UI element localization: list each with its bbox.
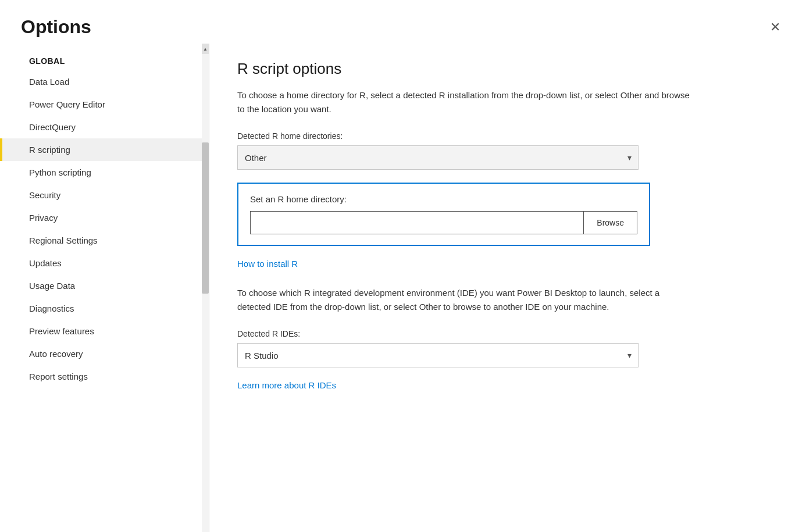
detected-ide-dropdown-container: R Studio ▾ [237,343,639,367]
detected-home-dropdown[interactable]: Other [237,145,639,170]
sidebar-item-report-settings[interactable]: Report settings [0,365,209,388]
sidebar-item-updates[interactable]: Updates [0,252,209,274]
sidebar-item-power-query-editor[interactable]: Power Query Editor [0,93,209,116]
ide-link[interactable]: Learn more about R IDEs [237,380,336,390]
scroll-up-button[interactable]: ▲ [202,44,209,54]
sidebar-item-usage-data[interactable]: Usage Data [0,274,209,297]
detected-home-dropdown-container: Other ▾ [237,145,639,170]
dialog-title: Options [21,16,91,38]
sidebar-scrollbar[interactable]: ▲ [202,44,209,532]
close-button[interactable]: ✕ [765,19,785,36]
dialog-header: Options ✕ [0,0,806,44]
sidebar-item-r-scripting[interactable]: R scripting [0,138,209,161]
detected-home-label: Detected R home directories: [237,131,778,141]
home-dir-input[interactable] [250,211,584,234]
sidebar: GLOBAL Data LoadPower Query EditorDirect… [0,44,209,532]
browse-button[interactable]: Browse [584,211,637,234]
scrollbar-thumb[interactable] [202,142,209,294]
home-dir-label: Set an R home directory: [250,194,637,204]
sidebar-item-directquery[interactable]: DirectQuery [0,116,209,138]
sidebar-item-privacy[interactable]: Privacy [0,206,209,229]
install-r-link[interactable]: How to install R [237,259,298,269]
home-dir-input-row: Browse [250,211,637,234]
main-content: R script options To choose a home direct… [209,44,806,532]
sidebar-item-python-scripting[interactable]: Python scripting [0,161,209,184]
sidebar-item-regional-settings[interactable]: Regional Settings [0,229,209,252]
sidebar-section-global: GLOBAL [0,49,209,70]
section-title: R script options [237,60,778,78]
sidebar-item-preview-features[interactable]: Preview features [0,320,209,342]
home-dir-box: Set an R home directory: Browse [237,183,650,246]
detected-ide-label: Detected R IDEs: [237,329,778,338]
section-description: To choose a home directory for R, select… [237,88,691,116]
sidebar-item-auto-recovery[interactable]: Auto recovery [0,342,209,365]
detected-ide-dropdown[interactable]: R Studio [237,343,639,367]
options-dialog: Options ✕ GLOBAL Data LoadPower Query Ed… [0,0,806,532]
sidebar-item-data-load[interactable]: Data Load [0,70,209,93]
sidebar-item-diagnostics[interactable]: Diagnostics [0,297,209,320]
sidebar-item-security[interactable]: Security [0,184,209,206]
ide-description: To choose which R integrated development… [237,286,691,314]
dialog-body: GLOBAL Data LoadPower Query EditorDirect… [0,44,806,532]
